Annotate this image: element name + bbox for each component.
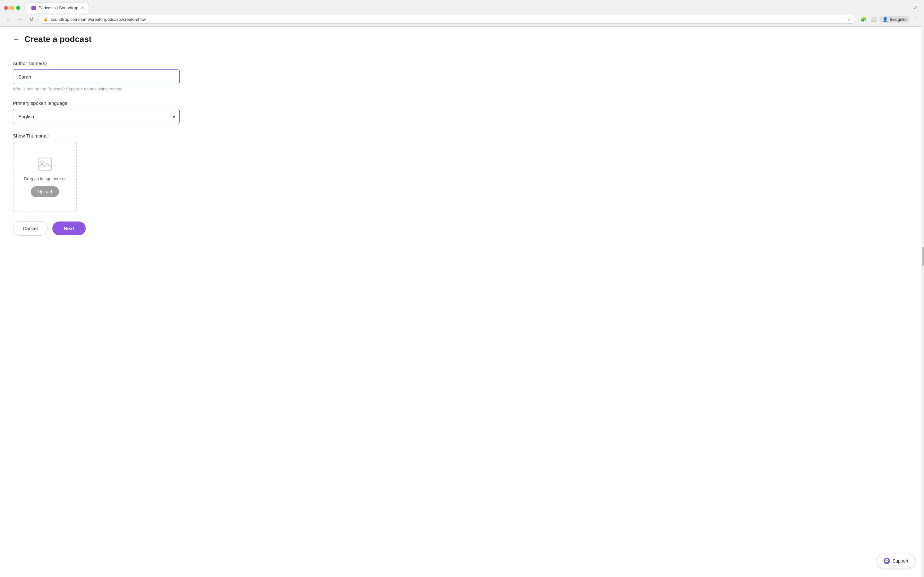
next-button[interactable]: Next — [52, 221, 86, 235]
expand-btn[interactable]: ⤢ — [911, 3, 920, 12]
scrollbar-thumb[interactable] — [922, 247, 924, 266]
page-title: Create a podcast — [24, 34, 92, 44]
support-icon: 💬 — [884, 558, 890, 564]
scrollbar[interactable] — [921, 26, 924, 577]
browser-menu-btn[interactable]: ⋮ — [911, 15, 920, 24]
thumbnail-group: Show Thumbnail Drag an image here or Upl… — [13, 133, 205, 212]
profile-icon: 👤 — [883, 17, 888, 22]
window-minimize-btn[interactable] — [10, 6, 14, 10]
browser-titlebar: Podcasts | Soundtrap ✕ + ⤢ — [0, 0, 924, 13]
browser-chrome: Podcasts | Soundtrap ✕ + ⤢ ← → ↺ 🔒 sound… — [0, 0, 924, 27]
page-back-btn[interactable]: ← — [13, 35, 20, 44]
browser-toolbar: ← → ↺ 🔒 soundtrap.com/home/creator/podca… — [0, 13, 924, 26]
form-area: Author Name(s) Who is behind the Podcast… — [0, 51, 218, 248]
upload-image-icon — [37, 157, 53, 171]
url-text: soundtrap.com/home/creator/podcasts/crea… — [51, 17, 845, 22]
author-input[interactable] — [13, 69, 180, 84]
window-controls — [4, 6, 20, 10]
support-label: Support — [893, 558, 908, 564]
lock-icon: 🔒 — [43, 17, 48, 21]
new-tab-btn[interactable]: + — [89, 3, 97, 13]
tab-title: Podcasts | Soundtrap — [39, 5, 78, 10]
tab-bar: Podcasts | Soundtrap ✕ + — [27, 3, 97, 13]
author-label: Author Name(s) — [13, 61, 205, 66]
window-close-btn[interactable] — [4, 6, 8, 10]
cancel-button[interactable]: Cancel — [13, 221, 48, 235]
incognito-badge[interactable]: 👤 Incognito — [879, 16, 910, 23]
action-buttons: Cancel Next — [13, 221, 205, 235]
language-group: Primary spoken language English Spanish … — [13, 100, 205, 124]
tab-close-btn[interactable]: ✕ — [81, 6, 84, 10]
toolbar-actions: 🧩 ⬜ 👤 Incognito ⋮ — [859, 15, 920, 24]
author-group: Author Name(s) Who is behind the Podcast… — [13, 61, 205, 91]
svg-point-1 — [41, 161, 43, 163]
upload-btn[interactable]: Upload — [31, 186, 59, 197]
speech-bubble-icon: 💬 — [884, 559, 889, 563]
drag-text: Drag an image here or — [20, 176, 69, 181]
thumbnail-upload-area[interactable]: Drag an image here or Upload — [13, 142, 77, 212]
language-select[interactable]: English Spanish French German Portuguese… — [13, 109, 180, 124]
support-btn[interactable]: 💬 Support — [877, 554, 915, 568]
incognito-label: Incognito — [890, 17, 907, 22]
page-content: ← Create a podcast Author Name(s) Who is… — [0, 27, 924, 577]
tab-favicon — [31, 6, 36, 10]
window-maximize-btn[interactable] — [16, 6, 20, 10]
reload-nav-btn[interactable]: ↺ — [27, 15, 36, 24]
back-nav-btn[interactable]: ← — [4, 15, 13, 24]
page-header: ← Create a podcast — [0, 27, 924, 51]
split-screen-btn[interactable]: ⬜ — [869, 15, 878, 24]
forward-nav-btn[interactable]: → — [15, 15, 24, 24]
svg-rect-0 — [38, 158, 52, 170]
author-hint: Who is behind the Podcast? Separate name… — [13, 87, 205, 91]
thumbnail-label: Show Thumbnail — [13, 133, 205, 139]
extensions-btn[interactable]: 🧩 — [859, 15, 868, 24]
language-select-wrapper: English Spanish French German Portuguese… — [13, 109, 180, 124]
language-label: Primary spoken language — [13, 100, 205, 106]
browser-tab[interactable]: Podcasts | Soundtrap ✕ — [27, 3, 89, 13]
star-icon[interactable]: ☆ — [847, 17, 851, 22]
address-bar[interactable]: 🔒 soundtrap.com/home/creator/podcasts/cr… — [39, 15, 856, 24]
